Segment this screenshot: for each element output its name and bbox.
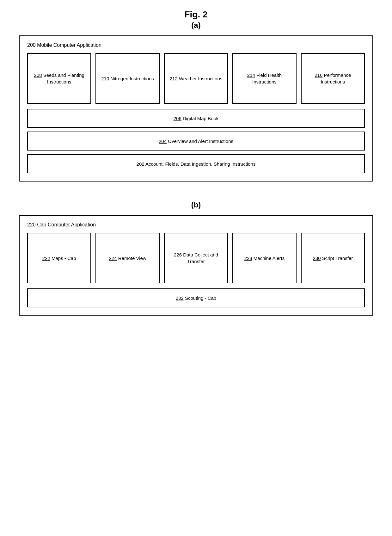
diagram-a-container: 200 Mobile Computer Application 208 Seed…: [19, 35, 373, 182]
section-b-label: (b): [191, 200, 201, 209]
box-232: 232 Scouting - Cab: [27, 288, 365, 307]
box-214-label: 214 Field Health Instructions: [236, 72, 293, 85]
box-208: 208 Seeds and Planting Instructions: [27, 53, 91, 104]
box-210: 210 Nitrogen Instructions: [95, 53, 159, 104]
box-208-label: 208 Seeds and Planting Instructions: [30, 72, 88, 85]
box-230: 230 Script Transfer: [301, 233, 365, 283]
box-216-label: 216 Performance Instructions: [304, 72, 362, 85]
box-224-label: 224 Remote View: [109, 255, 146, 262]
box-202: 202 Account, Fields, Data Ingestion, Sha…: [27, 154, 365, 173]
section-a-label: (a): [191, 21, 200, 30]
box-204: 204 Overview and Alert Instructions: [27, 132, 365, 151]
box-226: 226 Data Collect and Transfer: [164, 233, 228, 283]
box-212: 212 Weather Instructions: [164, 53, 228, 104]
box-228-label: 228 Machine Alerts: [244, 255, 285, 262]
box-206-label: 206 Digital Map Book: [174, 116, 219, 121]
box-202-label: 202 Account, Fields, Data Ingestion, Sha…: [137, 161, 256, 167]
box-210-label: 210 Nitrogen Instructions: [101, 75, 154, 82]
box-222-label: 222 Maps - Cab: [42, 255, 76, 262]
box-222: 222 Maps - Cab: [27, 233, 91, 283]
page-title: Fig. 2: [184, 9, 207, 20]
diagram-b-title: 220 Cab Computer Application: [27, 222, 365, 228]
diagram-b-container: 220 Cab Computer Application 222 Maps - …: [19, 215, 373, 316]
box-216: 216 Performance Instructions: [301, 53, 365, 104]
box-224: 224 Remote View: [95, 233, 159, 283]
diagram-a-boxes-row: 208 Seeds and Planting Instructions 210 …: [27, 53, 365, 104]
box-212-label: 212 Weather Instructions: [170, 75, 222, 82]
box-206: 206 Digital Map Book: [27, 109, 365, 128]
box-214: 214 Field Health Instructions: [232, 53, 296, 104]
diagram-b-boxes-row: 222 Maps - Cab 224 Remote View 226 Data …: [27, 233, 365, 283]
box-204-label: 204 Overview and Alert Instructions: [159, 139, 233, 144]
box-230-label: 230 Script Transfer: [313, 255, 353, 262]
box-232-label: 232 Scouting - Cab: [176, 295, 216, 301]
diagram-a-title: 200 Mobile Computer Application: [27, 42, 365, 48]
box-226-label: 226 Data Collect and Transfer: [167, 251, 225, 265]
box-228: 228 Machine Alerts: [232, 233, 296, 283]
